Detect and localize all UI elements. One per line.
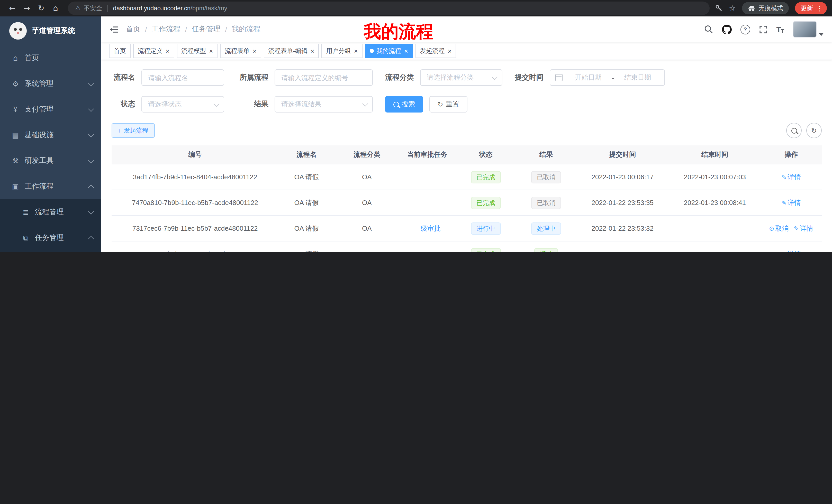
sidebar-item-task-manage[interactable]: ⧉任务管理	[0, 225, 101, 251]
sidebar-menu: ⌂首页⚙系统管理¥支付管理▤基础设施⚒研发工具▣工作流程≣流程管理⧉任务管理◉我…	[0, 45, 101, 252]
font-size-icon[interactable]: TT	[776, 25, 784, 34]
browser-home-button[interactable]: ⌂	[48, 2, 63, 15]
action-cancel-link[interactable]: ⊘取消	[769, 224, 788, 233]
gear-icon: ⚙	[10, 80, 21, 88]
tab-process-form[interactable]: 流程表单×	[220, 44, 261, 58]
tab-close-icon[interactable]: ×	[209, 48, 213, 54]
result-select[interactable]: 请选择流结果	[275, 96, 373, 113]
action-detail-link[interactable]: ✎详情	[781, 249, 801, 252]
sidebar-item-dev-tools[interactable]: ⚒研发工具	[0, 148, 101, 174]
sidebar-item-home[interactable]: ⌂首页	[0, 45, 101, 71]
tab-my-process[interactable]: 我的流程×	[365, 44, 413, 58]
column-header: 提交时间	[576, 145, 669, 164]
sidebar-item-label: 基础设施	[25, 131, 89, 140]
current-task-link[interactable]: 一级审批	[414, 224, 441, 233]
filter-row-2: 状态 请选择状态 结果 请选择流结果	[111, 96, 822, 113]
category-select[interactable]: 请选择流程分类	[420, 69, 502, 86]
task-manage-icon: ⧉	[21, 233, 31, 242]
action-detail-link[interactable]: ✎详情	[781, 198, 801, 207]
sidebar-item-workflow[interactable]: ▣工作流程	[0, 174, 101, 199]
search-icon[interactable]	[704, 25, 713, 34]
avatar[interactable]	[793, 21, 816, 37]
reset-button[interactable]: ↻ 重置	[430, 96, 467, 113]
breadcrumb-item[interactable]: 任务管理	[192, 25, 220, 34]
cell-category: OA	[335, 164, 399, 190]
cell-end-time: 2022-01-22 23:51:20	[669, 241, 760, 252]
tab-close-icon[interactable]: ×	[448, 48, 451, 54]
cell-actions: ✎详情	[760, 241, 822, 252]
browser-back-button[interactable]: ←	[5, 2, 20, 15]
tab-user-group[interactable]: 用户分组×	[322, 44, 363, 58]
security-label: 不安全	[84, 4, 102, 12]
category-label: 流程分类	[385, 73, 414, 82]
key-icon[interactable]	[714, 4, 723, 12]
parent-process-input[interactable]	[275, 69, 373, 86]
user-menu[interactable]	[793, 21, 824, 37]
table-header-row: 编号流程名流程分类当前审批任务状态结果提交时间结束时间操作	[111, 145, 822, 164]
browser-reload-button[interactable]: ↻	[34, 2, 48, 15]
browser-update-button[interactable]: 更新 ⋮	[795, 2, 827, 15]
search-button[interactable]: 搜索	[385, 96, 423, 113]
tab-start-process[interactable]: 发起流程×	[415, 44, 456, 58]
address-bar[interactable]: ⚠ 不安全 dashboard.yudao.iocoder.cn/bpm/tas…	[68, 2, 709, 15]
cell-process-name: OA 请假	[279, 164, 335, 190]
bookmark-star-icon[interactable]: ☆	[729, 4, 736, 13]
start-process-button[interactable]: + 发起流程	[111, 123, 155, 138]
breadcrumb-item[interactable]: 首页	[126, 25, 140, 34]
tab-process-model[interactable]: 流程模型×	[177, 44, 217, 58]
cell-current-task	[399, 190, 455, 216]
action-label: 详情	[787, 172, 801, 181]
submit-time-range-picker[interactable]: 开始日期 - 结束日期	[550, 69, 665, 86]
cell-process-name: OA 请假	[279, 216, 335, 241]
topbar: 首页/工作流程/任务管理/我的流程 我的流程 ? TT	[101, 17, 832, 42]
tab-process-definition[interactable]: 流程定义×	[133, 44, 174, 58]
yen-icon: ¥	[10, 105, 21, 114]
tab-close-icon[interactable]: ×	[311, 48, 314, 54]
sidebar-collapse-icon[interactable]	[109, 25, 119, 33]
tab-close-icon[interactable]: ×	[404, 48, 408, 54]
status-select[interactable]: 请选择状态	[141, 96, 224, 113]
github-icon[interactable]	[722, 24, 731, 34]
more-menu-icon[interactable]: ⋮	[815, 5, 824, 11]
tools-icon: ⚒	[10, 157, 21, 165]
action-detail-link[interactable]: ✎详情	[781, 172, 801, 181]
chevron-down-icon	[88, 157, 94, 163]
breadcrumb-item[interactable]: 工作流程	[152, 25, 181, 34]
help-icon[interactable]: ?	[740, 24, 750, 34]
sidebar-item-label: 工作流程	[25, 182, 89, 191]
status-label: 状态	[111, 100, 135, 109]
infra-icon: ▤	[10, 131, 21, 139]
cell-end-time	[669, 216, 760, 241]
tab-home[interactable]: 首页	[109, 44, 131, 58]
tab-close-icon[interactable]: ×	[253, 48, 256, 54]
sidebar-item-label: 任务管理	[35, 233, 89, 243]
fullscreen-icon[interactable]	[759, 25, 768, 34]
table-row: 7470a810-7b9b-11ec-b5b7-acde48001122OA 请…	[111, 190, 822, 216]
tab-process-form-edit[interactable]: 流程表单-编辑×	[264, 44, 319, 58]
date-separator: -	[610, 74, 616, 81]
browser-forward-button[interactable]: →	[20, 2, 34, 15]
tab-close-icon[interactable]: ×	[165, 48, 170, 54]
active-tab-dot	[370, 49, 374, 53]
detail-icon: ✎	[781, 199, 786, 206]
category-placeholder: 请选择流程分类	[427, 73, 493, 82]
sidebar-item-payment-manage[interactable]: ¥支付管理	[0, 96, 101, 122]
process-name-input[interactable]	[141, 69, 224, 86]
table-row: 2152467e-7b9b-11ec-9a1b-acde48001122OA 请…	[111, 241, 822, 252]
tab-label: 流程表单	[225, 47, 250, 55]
cell-current-task	[399, 164, 455, 190]
sidebar-item-infrastructure[interactable]: ▤基础设施	[0, 122, 101, 148]
sidebar-item-label: 首页	[25, 53, 93, 63]
action-label: 详情	[787, 249, 801, 252]
action-detail-link[interactable]: ✎详情	[794, 224, 813, 233]
sidebar-item-process-manage[interactable]: ≣流程管理	[0, 199, 101, 225]
toggle-search-button[interactable]	[786, 123, 802, 138]
logo-row: 芋道管理系统	[0, 17, 101, 45]
tab-close-icon[interactable]: ×	[354, 48, 358, 54]
calendar-icon	[555, 74, 563, 81]
sidebar-item-system-manage[interactable]: ⚙系统管理	[0, 71, 101, 96]
search-button-label: 搜索	[401, 100, 415, 109]
column-header: 流程名	[279, 145, 335, 164]
refresh-table-button[interactable]: ↻	[806, 123, 822, 138]
sidebar-item-my-process[interactable]: ◉我的流程	[0, 251, 101, 252]
